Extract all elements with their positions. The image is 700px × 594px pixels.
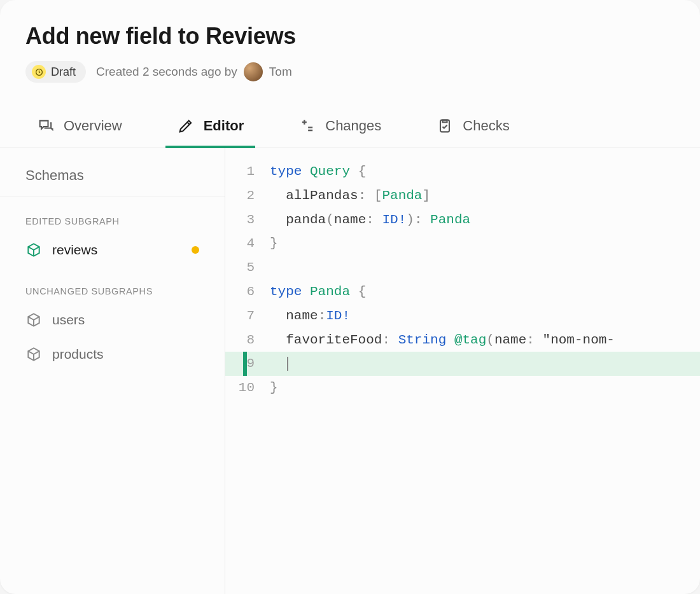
line-number: 2 (225, 184, 270, 208)
code-content[interactable] (270, 256, 700, 280)
code-line[interactable]: 2 allPandas: [Panda] (225, 184, 700, 208)
author-name: Tom (269, 65, 292, 79)
tab-label: Checks (463, 118, 509, 134)
body: Schemas EDITED SUBGRAPH reviews UNCHANGE… (0, 148, 700, 594)
chat-icon (37, 117, 55, 135)
status-badge-label: Draft (51, 66, 76, 79)
clock-icon (32, 65, 46, 79)
code-editor[interactable]: 1type Query {2 allPandas: [Panda]3 panda… (225, 148, 700, 594)
tab-label: Overview (64, 118, 122, 134)
sidebar-item-users[interactable]: users (0, 303, 225, 337)
code-content[interactable]: allPandas: [Panda] (270, 184, 700, 208)
code-line[interactable]: 5 (225, 256, 700, 280)
created-by: Created 2 seconds ago by Tom (96, 62, 292, 81)
line-number: 3 (225, 208, 270, 232)
tab-label: Changes (325, 118, 381, 134)
status-badge: Draft (25, 61, 86, 83)
cube-icon (25, 242, 42, 258)
code-content[interactable]: name:ID! (270, 304, 700, 328)
sidebar: Schemas EDITED SUBGRAPH reviews UNCHANGE… (0, 148, 225, 594)
sidebar-item-label: users (52, 312, 85, 328)
line-number: 1 (225, 160, 270, 184)
tab-editor[interactable]: Editor (165, 108, 256, 148)
code-content[interactable]: favoriteFood: String @tag(name: "nom-nom… (270, 328, 700, 352)
meta-row: Draft Created 2 seconds ago by Tom (25, 61, 675, 83)
sidebar-item-products[interactable]: products (0, 337, 225, 371)
group-label-edited: EDITED SUBGRAPH (0, 197, 225, 233)
code-line[interactable]: 1type Query { (225, 160, 700, 184)
code-content[interactable]: type Panda { (270, 280, 700, 304)
code-line[interactable]: 7 name:ID! (225, 304, 700, 328)
cube-icon (25, 346, 42, 363)
sidebar-title: Schemas (0, 163, 225, 197)
tab-label: Editor (204, 118, 244, 134)
page-title: Add new field to Reviews (25, 23, 675, 50)
header: Add new field to Reviews Draft Created 2… (0, 0, 700, 83)
created-text: Created 2 seconds ago by (96, 65, 237, 79)
line-number: 9 (225, 352, 270, 376)
code-content[interactable]: type Query { (270, 160, 700, 184)
line-number: 6 (225, 280, 270, 304)
code-line[interactable]: 10} (225, 376, 700, 400)
sidebar-item-label: reviews (52, 242, 97, 258)
sidebar-item-reviews[interactable]: reviews (0, 233, 225, 267)
cube-icon (25, 312, 42, 328)
text-cursor (287, 357, 288, 371)
diff-icon (298, 117, 316, 135)
code-line[interactable]: 3 panda(name: ID!): Panda (225, 208, 700, 232)
tabs: Overview Editor Changes Checks (0, 108, 700, 148)
line-number: 10 (225, 376, 270, 400)
edited-dot-icon (192, 246, 199, 254)
tab-changes[interactable]: Changes (287, 108, 393, 148)
tab-checks[interactable]: Checks (424, 108, 521, 148)
clipboard-check-icon (436, 117, 454, 135)
line-number: 5 (225, 256, 270, 280)
code-line[interactable]: 6type Panda { (225, 280, 700, 304)
code-line[interactable]: 4} (225, 231, 700, 256)
code-content[interactable] (270, 352, 700, 376)
code-content[interactable]: } (270, 376, 700, 400)
code-content[interactable]: } (270, 231, 700, 256)
line-number: 7 (225, 304, 270, 328)
line-number: 4 (225, 231, 270, 256)
group-label-unchanged: UNCHANGED SUBGRAPHS (0, 267, 225, 303)
app-window: Add new field to Reviews Draft Created 2… (0, 0, 700, 594)
line-number: 8 (225, 328, 270, 352)
pencil-icon (177, 117, 195, 135)
sidebar-item-label: products (52, 347, 104, 362)
code-content[interactable]: panda(name: ID!): Panda (270, 208, 700, 232)
code-line[interactable]: 8 favoriteFood: String @tag(name: "nom-n… (225, 328, 700, 352)
tab-overview[interactable]: Overview (25, 108, 134, 148)
avatar (244, 62, 263, 81)
code-line[interactable]: 9 (225, 352, 700, 376)
